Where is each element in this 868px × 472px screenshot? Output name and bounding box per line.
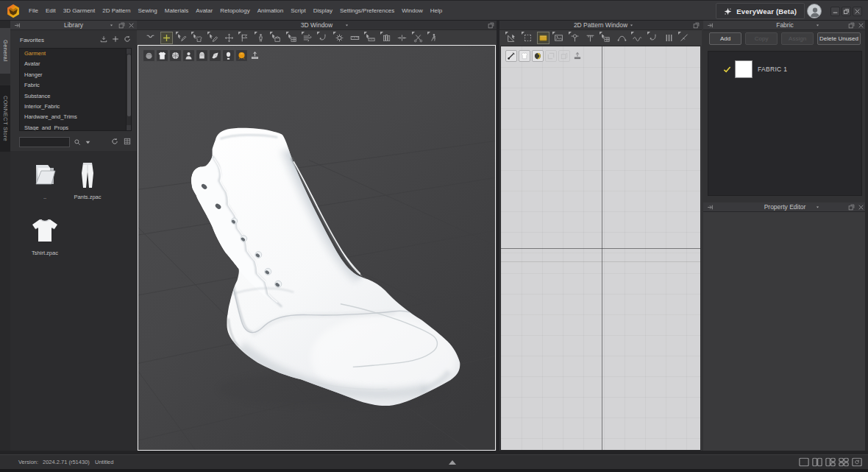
search-filter-caret-icon[interactable] (85, 139, 91, 146)
favorites-item-hardware-and-trims[interactable]: Hardware_and_Trims (20, 112, 131, 122)
scroll-up-arrow[interactable] (127, 49, 132, 54)
toggle2d-texture-faded[interactable] (558, 50, 570, 62)
statusbar-layout-two[interactable] (812, 457, 822, 467)
menu-item-display[interactable]: Display (310, 1, 336, 21)
menu-item-avatar[interactable]: Avatar (192, 1, 216, 21)
statusbar-layout-mixed[interactable] (825, 457, 836, 467)
menu-item-script[interactable]: Script (287, 1, 309, 21)
chevron-down-icon[interactable] (815, 205, 820, 209)
tool2d-pin[interactable] (569, 32, 581, 44)
fabric-swatch[interactable] (735, 60, 753, 78)
file-item-tshirt-zpac[interactable]: Tshirt.zpac (24, 216, 66, 269)
scroll-down-arrow[interactable] (127, 125, 132, 130)
detach-icon[interactable] (488, 22, 494, 29)
window-restore[interactable] (842, 7, 851, 16)
rail-tab-connect-store[interactable]: CONNECT Store (0, 85, 10, 152)
toggle2d-platform-dark[interactable] (572, 50, 583, 62)
search-icon[interactable] (74, 138, 81, 146)
close-icon[interactable] (128, 22, 135, 29)
tool2d-curve[interactable] (616, 32, 628, 44)
close-icon[interactable] (858, 204, 864, 211)
favorites-item-garment[interactable]: Garment (20, 49, 131, 59)
file-item-pants-zpac[interactable]: Pants.zpac (66, 160, 109, 213)
tool3d-scissors[interactable] (412, 32, 424, 44)
toggle2d-square-faded[interactable] (545, 50, 557, 62)
everywear-button[interactable]: EveryWear (Beta) (716, 3, 805, 19)
tool3d-hook[interactable] (317, 32, 330, 44)
favorites-item-substance[interactable]: Substance (20, 91, 131, 102)
tool2d-tri-arrow[interactable] (505, 32, 518, 44)
detach-icon[interactable] (118, 22, 125, 29)
fabric-button-add[interactable]: Add (709, 32, 741, 45)
favorites-import[interactable] (100, 35, 107, 43)
chevron-down-icon[interactable] (629, 24, 634, 27)
favorites-item-avatar[interactable]: Avatar (20, 59, 131, 69)
menu-item-retopology[interactable]: Retopology (216, 1, 253, 21)
tool3d-move4[interactable] (223, 32, 235, 44)
tool3d-tape-arrow[interactable] (364, 32, 377, 44)
toggle3d-drape[interactable] (143, 49, 155, 62)
toggle3d-glove2[interactable] (209, 49, 221, 62)
detach-icon[interactable] (848, 22, 855, 29)
tool3d-wind[interactable] (302, 32, 314, 44)
chevron-down-icon[interactable] (815, 24, 820, 27)
fabric-item[interactable]: FABRIC 1 (708, 59, 861, 80)
tool2d-dot-select[interactable] (522, 32, 534, 44)
favorites-scrollbar[interactable] (126, 49, 131, 130)
tool3d-vneck[interactable] (144, 32, 157, 44)
2d-window-header[interactable]: 2D Pattern Window (499, 21, 702, 30)
menu-item-sewing[interactable]: Sewing (135, 1, 161, 21)
menu-item-animation[interactable]: Animation (254, 1, 288, 21)
2d-pattern-canvas[interactable] (500, 46, 701, 451)
tool2d-image[interactable] (552, 32, 565, 44)
toggle2d-circle-yellow[interactable] (532, 50, 544, 62)
expand-timeline-arrow[interactable] (449, 460, 456, 465)
tool3d-flag[interactable] (238, 32, 251, 44)
favorites-item-hanger[interactable]: Hanger (20, 70, 131, 80)
window-close[interactable] (853, 7, 862, 16)
file-item--[interactable]: .. (24, 160, 66, 213)
tool2d-notch[interactable] (678, 32, 691, 44)
app-logo-icon[interactable] (6, 4, 21, 18)
menu-item-settings-preferences[interactable]: Settings/Preferences (336, 1, 398, 21)
fabric-button-delete-unused[interactable]: Delete Unused (817, 32, 861, 45)
statusbar-layout-four[interactable] (839, 457, 849, 467)
toggle2d-needle[interactable] (505, 50, 517, 62)
chevron-down-icon[interactable] (344, 24, 349, 27)
scrollbar-thumb[interactable] (127, 54, 131, 116)
favorites-item-interior-fabric[interactable]: Interior_Fabric (20, 102, 131, 112)
tool3d-mannequin[interactable] (255, 32, 267, 44)
property-editor-header[interactable]: Property Editor (703, 202, 867, 212)
favorites-item-stage-and-props[interactable]: Stage_and_Props (20, 123, 131, 131)
tool3d-box-arrow[interactable] (270, 32, 282, 44)
tool3d-walk[interactable] (427, 32, 440, 44)
window-minimize[interactable] (830, 7, 840, 16)
toggle3d-spotlight-orange[interactable] (235, 49, 248, 62)
tool3d-inout[interactable] (396, 32, 408, 44)
toggle3d-sphere[interactable] (169, 49, 182, 62)
rail-tab-general[interactable]: General (0, 28, 10, 74)
menu-item-edit[interactable]: Edit (42, 1, 60, 21)
toggle2d-shirt-outline[interactable] (519, 50, 530, 62)
tool3d-bars[interactable] (380, 32, 393, 44)
detach-icon[interactable] (693, 22, 700, 29)
menu-item-materials[interactable]: Materials (161, 1, 192, 21)
tool3d-gear[interactable] (333, 32, 346, 44)
3d-viewport[interactable] (138, 45, 496, 451)
tool3d-plus[interactable] (160, 32, 173, 44)
tool3d-grid-arrow[interactable] (286, 32, 299, 44)
menu-item-help[interactable]: Help (427, 1, 446, 21)
menu-item-3d-garment[interactable]: 3D Garment (60, 1, 99, 21)
tool2d-rect-orange[interactable] (537, 32, 549, 44)
chevron-down-icon[interactable] (109, 24, 114, 27)
menu-item-file[interactable]: File (25, 1, 42, 21)
favorites-add[interactable] (112, 35, 119, 43)
favorites-item-fabric[interactable]: Fabric (20, 80, 131, 91)
fabric-panel-header[interactable]: Fabric (703, 21, 867, 30)
tool3d-pen-arrow[interactable] (176, 32, 188, 44)
search-input[interactable] (20, 142, 69, 151)
tool3d-pen2[interactable] (207, 32, 220, 44)
detach-icon[interactable] (848, 204, 855, 211)
user-avatar[interactable] (807, 4, 822, 18)
statusbar-layout-reset[interactable] (852, 457, 862, 467)
